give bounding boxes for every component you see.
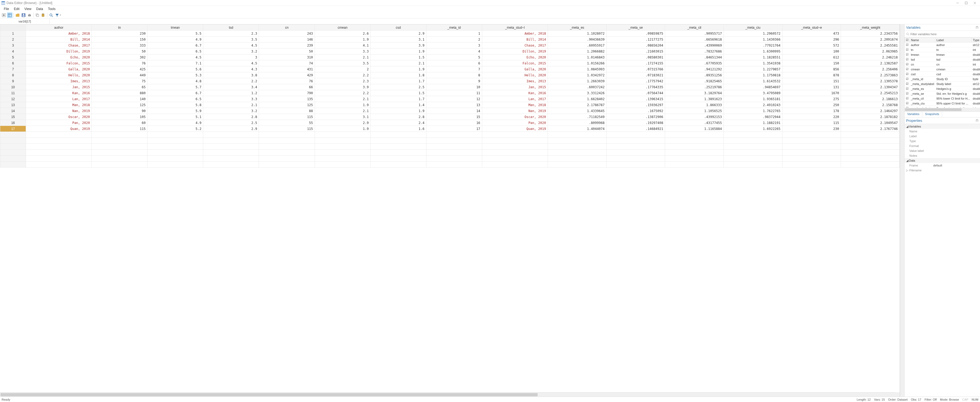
column-header[interactable]: _meta_id xyxy=(426,25,482,30)
cell[interactable]: 878 xyxy=(782,72,841,78)
cell[interactable]: Amber, 2018 xyxy=(26,30,92,37)
table-row[interactable]: 12Lan, 20171406.53.31352.11.712Lan, 2017… xyxy=(0,96,900,102)
cell[interactable]: 1.0342972 xyxy=(547,72,606,78)
cell[interactable]: 9 xyxy=(426,78,482,84)
variable-row[interactable]: ☑ tmean tmean double %10.0g xyxy=(905,52,980,57)
cell[interactable]: 3.9 xyxy=(371,43,426,48)
cell[interactable]: 473 xyxy=(782,30,841,37)
cell[interactable]: Nan, 2019 xyxy=(482,108,547,114)
cell[interactable]: 150 xyxy=(92,37,148,43)
cell[interactable]: 2.1 xyxy=(203,102,259,108)
cell[interactable]: Kan, 2016 xyxy=(26,90,92,96)
table-row[interactable]: 5Echo, 20203024.533102.11.55Echo, 20201.… xyxy=(0,54,900,61)
table-row[interactable]: 16Pan, 2020604.92.5552.92.416Pan, 2020.8… xyxy=(0,120,900,126)
column-header[interactable]: _meta_cil xyxy=(665,25,724,30)
cell[interactable]: .25219786 xyxy=(665,84,724,90)
minimize-button[interactable] xyxy=(956,1,959,5)
var-checkbox[interactable]: ☑ xyxy=(905,62,910,67)
cell[interactable]: 1.2960572 xyxy=(724,30,782,37)
cell[interactable]: 140 xyxy=(92,96,148,102)
menu-view[interactable]: View xyxy=(22,6,33,11)
table-row[interactable]: 17Quan, 20191155.22.91151.91.617Quan, 20… xyxy=(0,126,900,132)
variable-row[interactable]: ☑ csd csd double %10.0g xyxy=(905,72,980,77)
var-checkbox[interactable]: ☑ xyxy=(905,52,910,57)
cell[interactable]: 146 xyxy=(259,37,315,43)
cell[interactable]: Bill, 2014 xyxy=(482,37,547,43)
var-checkbox[interactable]: ☑ xyxy=(905,67,910,72)
cell[interactable]: 115 xyxy=(92,126,148,132)
cell[interactable]: Falcon, 2015 xyxy=(482,61,547,66)
cell[interactable]: .19297408 xyxy=(606,120,665,126)
cell[interactable]: 4.5 xyxy=(203,43,259,48)
cell[interactable]: Echo, 2020 xyxy=(26,54,92,61)
cell[interactable]: 5.8 xyxy=(148,102,203,108)
table-row[interactable]: 4Dillon, 2019506.53.2503.31.94Dillon, 20… xyxy=(0,48,900,54)
cell[interactable]: 1.4044074 xyxy=(547,126,606,132)
pin-icon[interactable]: ⊓ xyxy=(976,26,978,30)
cell[interactable]: Oscar, 2020 xyxy=(26,114,92,120)
cell[interactable]: 125 xyxy=(92,102,148,108)
cell[interactable]: 1.9365181 xyxy=(724,96,782,102)
edit-mode-icon[interactable] xyxy=(1,13,6,18)
cell[interactable]: 1.5 xyxy=(371,54,426,61)
cell[interactable]: 4.9 xyxy=(148,120,203,126)
cell[interactable]: 1.6143532 xyxy=(724,78,782,84)
cell[interactable]: 3.4795089 xyxy=(724,90,782,96)
var-checkbox[interactable]: ☑ xyxy=(905,101,910,106)
cell[interactable]: .21603015 xyxy=(606,48,665,54)
print-icon[interactable] xyxy=(27,13,32,18)
grid-corner[interactable] xyxy=(0,25,26,30)
cell[interactable]: 275 xyxy=(782,96,841,102)
cell[interactable]: 1.7 xyxy=(371,96,426,102)
var-checkbox[interactable]: ☑ xyxy=(905,43,910,47)
table-row[interactable]: 9Imes, 2013754.82.2762.31.79Imes, 20131.… xyxy=(0,78,900,84)
cell[interactable]: 3 xyxy=(203,54,259,61)
cell[interactable]: 1.1028072 xyxy=(547,30,606,37)
cell[interactable]: 90 xyxy=(92,108,148,114)
cell[interactable]: 60 xyxy=(92,120,148,126)
cell[interactable]: 131 xyxy=(782,84,841,90)
cell[interactable]: .13872906 xyxy=(606,114,665,120)
vars-header-name[interactable]: Name xyxy=(910,38,935,43)
cell[interactable]: 55 xyxy=(259,120,315,126)
cell[interactable]: 296 xyxy=(782,37,841,43)
variable-row[interactable]: ☑ author author str12 %12s xyxy=(905,43,980,47)
open-icon[interactable] xyxy=(15,13,20,18)
cell[interactable]: 429 xyxy=(259,72,315,78)
cell[interactable]: Pan, 2020 xyxy=(482,120,547,126)
cell[interactable]: 6 xyxy=(426,61,482,66)
cell[interactable]: 10 xyxy=(426,84,482,90)
variable-row[interactable]: ☑ tn tn int %10.0g xyxy=(905,47,980,52)
cell[interactable]: 3.3 xyxy=(315,48,371,54)
cell[interactable]: Jan, 2015 xyxy=(26,84,92,90)
variables-filter-input[interactable] xyxy=(910,32,978,36)
close-button[interactable] xyxy=(973,1,977,5)
cell[interactable]: 2.3 xyxy=(315,78,371,84)
cell[interactable]: .08656204 xyxy=(606,43,665,48)
cell[interactable]: 2.6 xyxy=(315,30,371,37)
cell[interactable]: 5.6 xyxy=(148,66,203,72)
cell[interactable]: 3.1829764 xyxy=(665,90,724,96)
cell[interactable]: .94854697 xyxy=(724,84,782,90)
row-number[interactable]: 9 xyxy=(0,78,26,84)
cell[interactable]: 125 xyxy=(259,102,315,108)
variables-hscroll[interactable] xyxy=(905,108,980,112)
cell[interactable]: 1.1056525 xyxy=(665,108,724,114)
cell[interactable]: 1 xyxy=(426,30,482,37)
cell[interactable]: .07183021 xyxy=(606,72,665,78)
cell[interactable]: 1.5 xyxy=(371,90,426,96)
variable-row[interactable]: ☑ _meta_es Hedges's g double %10.0g xyxy=(905,86,980,91)
cell[interactable]: .12177275 xyxy=(606,37,665,43)
row-number[interactable]: 4 xyxy=(0,48,26,54)
cell[interactable]: .91825465 xyxy=(665,78,724,84)
cell[interactable]: 1.1828551 xyxy=(724,54,782,61)
cell[interactable]: 1.7 xyxy=(371,78,426,84)
cell[interactable]: 1.866333 xyxy=(665,102,724,108)
cell[interactable]: .07315766 xyxy=(606,66,665,72)
cell[interactable]: 76 xyxy=(92,61,148,66)
row-number[interactable]: 5 xyxy=(0,54,26,61)
cell[interactable]: 7.1 xyxy=(148,61,203,66)
cell[interactable]: 5.9 xyxy=(148,108,203,114)
column-header[interactable]: tn xyxy=(92,25,148,30)
cell[interactable]: 115 xyxy=(782,120,841,126)
